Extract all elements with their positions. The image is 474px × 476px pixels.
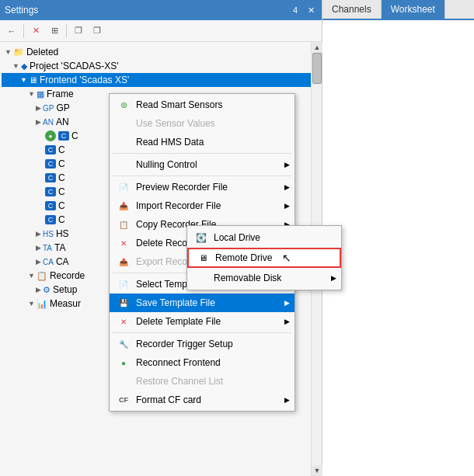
expand-hs[interactable]: ▶ <box>36 230 41 238</box>
menu-label-restore: Restore Channel List <box>136 376 223 387</box>
expand-frontend[interactable]: ▼ <box>20 76 27 84</box>
settings-titlebar: Settings 4 ✕ <box>0 0 322 20</box>
menu-label-read-hms: Read HMS Data <box>136 137 204 148</box>
tree-label-c3: C <box>58 158 65 169</box>
scroll-thumb[interactable] <box>312 53 322 84</box>
menu-use-sensor: Use Sensor Values <box>110 114 295 133</box>
icon-copy-recorder: 📋 <box>116 218 131 231</box>
icon-use-sensor <box>116 117 131 130</box>
expand-ca[interactable]: ▶ <box>36 258 41 266</box>
close-button[interactable]: ✕ <box>305 4 317 16</box>
pin-button[interactable]: 4 <box>289 4 301 16</box>
arrow-save-template: ▶ <box>284 299 290 307</box>
back-button[interactable]: ← <box>3 23 20 40</box>
expand-setup[interactable]: ▶ <box>36 286 41 294</box>
arrow-preview: ▶ <box>284 183 290 191</box>
tree-item-deleted[interactable]: ▼ 📁 Deleted <box>2 45 321 59</box>
icon-delete-recorder: ✕ <box>116 237 131 249</box>
expand-ta[interactable]: ▶ <box>36 244 41 252</box>
submenu-label-removable-disk: Removable Disk <box>214 273 281 283</box>
icon-import-recorder: 📥 <box>116 200 131 212</box>
toolbar-sep-1 <box>23 24 24 38</box>
delete-button[interactable]: ✕ <box>27 23 44 40</box>
tree-label-frontend: Frontend 'Scadas XS' <box>40 75 129 85</box>
scroll-up[interactable]: ▲ <box>312 42 322 53</box>
icon-local-drive: 💽 <box>193 231 209 244</box>
tree-label-gp: GP <box>56 102 69 113</box>
menu-format-cf[interactable]: CF Format CF card ▶ <box>110 391 295 409</box>
expand-recorder[interactable]: ▼ <box>28 272 35 280</box>
submenu-label-remote-drive: Remote Drive <box>215 252 272 263</box>
icon-delete-template: ✕ <box>116 315 131 328</box>
expand-gp[interactable]: ▶ <box>36 104 41 112</box>
tree-label-c5: C <box>58 186 65 197</box>
expand-project[interactable]: ▼ <box>12 62 19 70</box>
icon-project: ◆ <box>21 61 27 71</box>
icon-c1b: C <box>58 131 69 141</box>
view-button-1[interactable]: ❐ <box>70 23 87 40</box>
tab-channels-label: Channels <box>332 4 371 15</box>
menu-label-recorder-trigger: Recorder Trigger Setup <box>136 339 233 349</box>
menu-label-delete-template: Delete Template File <box>136 316 221 327</box>
menu-label-use-sensor: Use Sensor Values <box>136 118 215 129</box>
tree-label-setup: Setup <box>53 284 77 295</box>
menu-label-read-smart: Read Smart Sensors <box>136 99 222 110</box>
expand-deleted[interactable]: ▼ <box>5 48 12 56</box>
arrow-format-cf: ▶ <box>284 396 290 404</box>
menu-restore: Restore Channel List <box>110 372 295 391</box>
icon-export-recorder: 📤 <box>116 255 131 268</box>
menu-nulling[interactable]: Nulling Control ▶ <box>110 155 295 174</box>
icon-frontend: 🖥 <box>29 75 37 85</box>
menu-delete-template[interactable]: ✕ Delete Template File ▶ <box>110 312 295 331</box>
view-button-2[interactable]: ❐ <box>89 23 106 40</box>
submenu-removable-disk[interactable]: Removable Disk ▶ <box>187 268 341 288</box>
icon-nulling <box>116 158 131 171</box>
icon-c2: C <box>45 145 56 155</box>
menu-save-template[interactable]: 💾 Save Template File ▶ <box>110 294 295 312</box>
icon-restore <box>116 375 131 387</box>
icon-c5: C <box>45 187 56 196</box>
tree-label-ta: TA <box>54 242 65 253</box>
icon-an: AN <box>43 118 54 127</box>
expand-measure[interactable]: ▼ <box>28 300 35 307</box>
icon-measure: 📊 <box>37 299 47 309</box>
settings-toolbar: ← ✕ ⊞ ❐ ❐ <box>0 20 322 42</box>
expand-an[interactable]: ▶ <box>36 118 41 126</box>
icon-remote-drive: 🖥 <box>195 252 211 264</box>
icon-ta: TA <box>43 244 52 252</box>
arrow-removable: ▶ <box>331 274 336 282</box>
tree-label-c6: C <box>58 200 65 211</box>
expand-frame[interactable]: ▼ <box>28 90 35 98</box>
icon-removable-disk <box>193 272 209 284</box>
menu-read-smart[interactable]: ⊛ Read Smart Sensors <box>110 96 295 114</box>
tab-channels[interactable]: Channels <box>322 0 382 19</box>
cursor-indicator: ↖ <box>282 252 291 264</box>
tab-worksheet[interactable]: Worksheet <box>382 0 445 19</box>
menu-import-recorder[interactable]: 📥 Import Recorder File ▶ <box>110 196 295 215</box>
toolbar-sep-2 <box>66 24 67 38</box>
tree-label-deleted: Deleted <box>26 47 58 57</box>
menu-read-hms[interactable]: Read HMS Data <box>110 133 295 151</box>
submenu: 💽 Local Drive 🖥 Remote Drive ↖ Removable… <box>186 225 342 290</box>
menu-reconnect[interactable]: ● Reconnect Frontend <box>110 353 295 372</box>
icon-format-cf: CF <box>116 394 131 406</box>
submenu-local-drive[interactable]: 💽 Local Drive <box>187 228 341 248</box>
copy-button[interactable]: ⊞ <box>46 23 63 40</box>
menu-preview-recorder[interactable]: 📄 Preview Recorder File ▶ <box>110 178 295 196</box>
tree-label-ca: CA <box>56 256 69 267</box>
menu-label-preview-recorder: Preview Recorder File <box>136 182 228 193</box>
menu-recorder-trigger[interactable]: 🔧 Recorder Trigger Setup <box>110 335 295 353</box>
icon-deleted: 📁 <box>13 47 24 57</box>
arrow-delete-template: ▶ <box>284 318 290 325</box>
icon-setup: ⚙ <box>43 285 51 295</box>
tree-label-c7: C <box>58 214 65 225</box>
scroll-down[interactable]: ▼ <box>312 465 322 476</box>
submenu-remote-drive[interactable]: 🖥 Remote Drive ↖ <box>187 248 341 268</box>
icon-save-template: 💾 <box>116 297 131 309</box>
tree-item-frontend[interactable]: ▼ 🖥 Frontend 'Scadas XS' <box>2 73 321 87</box>
tree-item-project[interactable]: ▼ ◆ Project 'SCADAS-XS' <box>2 59 321 73</box>
tree-label-project: Project 'SCADAS-XS' <box>30 61 119 71</box>
menu-label-format-cf: Format CF card <box>136 394 201 405</box>
icon-preview-recorder: 📄 <box>116 181 131 193</box>
icon-recorder-trigger: 🔧 <box>116 338 131 350</box>
